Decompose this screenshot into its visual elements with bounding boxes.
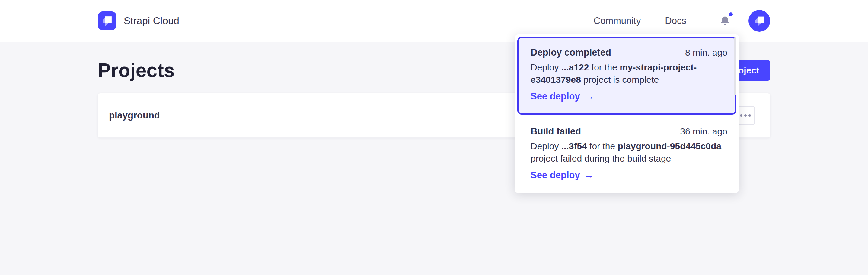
notification-title: Build failed xyxy=(531,126,581,137)
nav-link-community[interactable]: Community xyxy=(594,16,641,26)
notification-body: Deploy ...a122 for the my-strapi-project… xyxy=(531,61,726,86)
see-deploy-link[interactable]: See deploy → xyxy=(531,169,594,181)
notification-body: Deploy ...3f54 for the playground-95d445… xyxy=(531,140,726,165)
see-deploy-link[interactable]: See deploy → xyxy=(531,91,594,102)
unread-indicator-dot xyxy=(729,12,733,16)
page-title: Projects xyxy=(98,59,175,82)
header-nav: Community Docs xyxy=(594,10,770,32)
user-avatar-button[interactable] xyxy=(748,10,770,32)
avatar-strapi-glyph-icon xyxy=(748,10,770,32)
notifications-bell-button[interactable] xyxy=(718,13,732,29)
notification-time: 36 min. ago xyxy=(680,126,727,137)
brand-home-link[interactable]: Strapi Cloud xyxy=(98,11,179,30)
arrow-right-icon: → xyxy=(584,169,594,181)
dropdown-scrollbar-thumb[interactable] xyxy=(734,37,736,95)
more-options-icon xyxy=(740,114,742,117)
nav-link-docs[interactable]: Docs xyxy=(665,16,686,26)
notification-deploy-completed[interactable]: Deploy completed 8 min. ago Deploy ...a1… xyxy=(517,37,736,114)
strapi-logo-icon xyxy=(98,11,117,30)
notification-title: Deploy completed xyxy=(531,47,611,58)
brand-name: Strapi Cloud xyxy=(124,15,179,27)
notification-time: 8 min. ago xyxy=(685,48,727,58)
project-name: playground xyxy=(109,110,160,121)
project-more-options-button[interactable] xyxy=(736,106,755,125)
arrow-right-icon: → xyxy=(584,91,594,102)
bell-icon xyxy=(719,15,731,27)
notifications-dropdown: Deploy completed 8 min. ago Deploy ...a1… xyxy=(515,34,739,193)
notification-build-failed[interactable]: Build failed 36 min. ago Deploy ...3f54 … xyxy=(517,114,736,190)
